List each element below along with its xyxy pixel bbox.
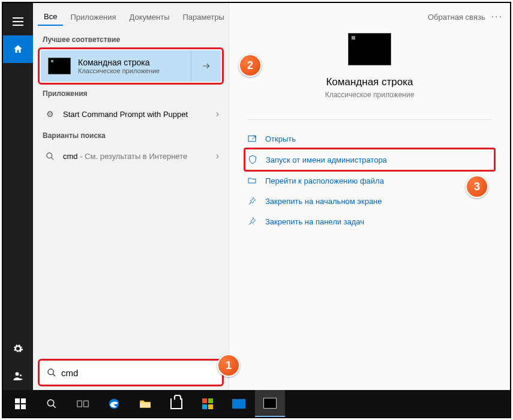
detail-title: Командная строка: [326, 76, 413, 88]
svg-point-3: [48, 369, 53, 374]
section-apps: Приложения: [33, 85, 229, 101]
start-button[interactable]: [5, 390, 35, 417]
section-search-variants: Варианты поиска: [33, 127, 229, 143]
action-run-admin-label: Запуск от имени администратора: [266, 155, 387, 164]
action-open-label: Открыть: [265, 134, 296, 143]
mail-icon: [232, 399, 245, 409]
taskbar-search[interactable]: [37, 390, 67, 417]
detail-pane: Обратная связь ··· Командная строка Клас…: [229, 3, 510, 390]
taskbar-store[interactable]: [161, 390, 191, 417]
rail-hamburger[interactable]: [3, 8, 33, 35]
app-result-label: Start Command Prompt with Puppet: [57, 110, 216, 119]
taskbar-edge[interactable]: [99, 390, 129, 417]
person-icon: [13, 371, 23, 382]
action-pin-start[interactable]: Закрепить на начальном экране: [247, 191, 492, 211]
taskbar-mail[interactable]: [224, 390, 254, 417]
taskbar-cmd[interactable]: [255, 390, 285, 417]
best-match-title: Командная строка: [78, 58, 191, 67]
more-button[interactable]: ···: [491, 11, 503, 22]
web-result-label: cmd - См. результаты в Интернете: [57, 152, 216, 161]
svg-point-2: [46, 152, 52, 158]
action-pin-taskbar[interactable]: Закрепить на панели задач: [247, 211, 492, 232]
section-best-match: Лучшее соответствие: [33, 31, 229, 47]
edge-icon: [108, 398, 120, 410]
best-match-result[interactable]: Командная строка Классическое приложение: [41, 50, 221, 82]
task-view[interactable]: [68, 390, 98, 417]
svg-point-5: [47, 400, 54, 406]
gear-icon: [13, 343, 23, 354]
hamburger-icon: [13, 17, 23, 26]
action-run-admin[interactable]: Запуск от имени администратора: [248, 149, 491, 170]
action-open[interactable]: Открыть: [247, 128, 492, 149]
search-icon: [46, 398, 57, 409]
step-badge-1: 1: [217, 354, 240, 377]
store-icon: [170, 398, 182, 409]
feedback-link[interactable]: Обратная связь: [428, 13, 485, 22]
folder-icon: [139, 399, 151, 409]
action-pin-taskbar-label: Закрепить на панели задач: [265, 217, 364, 226]
action-pin-start-label: Закрепить на начальном экране: [265, 197, 382, 206]
best-match-expand[interactable]: [191, 50, 221, 82]
puppet-icon: ⚙: [43, 109, 57, 119]
tab-all[interactable]: Все: [38, 8, 63, 26]
rail-account[interactable]: [3, 362, 33, 390]
divider: [247, 119, 492, 120]
svg-point-1: [20, 374, 22, 376]
search-input[interactable]: [61, 368, 215, 378]
search-icon: [43, 152, 57, 161]
svg-point-0: [16, 372, 19, 376]
open-icon: [247, 134, 257, 143]
chevron-right-icon: ›: [216, 151, 219, 161]
detail-subtitle: Классическое приложение: [325, 91, 415, 99]
home-icon: [13, 44, 23, 55]
arrow-right-icon: [201, 61, 212, 71]
pin-start-icon: [247, 196, 257, 206]
taskbar-explorer[interactable]: [130, 390, 160, 417]
svg-rect-7: [84, 401, 89, 407]
tab-settings[interactable]: Параметры: [176, 9, 230, 25]
action-open-location[interactable]: Перейти к расположению файла: [247, 170, 492, 191]
folder-icon: [247, 176, 257, 185]
svg-rect-9: [140, 403, 151, 407]
action-open-location-label: Перейти к расположению файла: [265, 176, 384, 185]
cmd-icon: [48, 58, 71, 74]
rail-settings[interactable]: [3, 335, 33, 362]
filter-tabs: Все Приложения Документы Параметры Интер…: [33, 3, 229, 31]
chevron-right-icon: ›: [216, 109, 219, 119]
step-badge-3: 3: [466, 175, 488, 198]
start-rail: [3, 3, 33, 390]
svg-rect-6: [77, 401, 82, 407]
shield-icon: [248, 155, 257, 164]
windows-icon: [15, 398, 26, 409]
tab-apps[interactable]: Приложения: [64, 9, 122, 25]
cmd-icon: [348, 33, 391, 65]
cmd-icon: [263, 398, 277, 409]
task-view-icon: [77, 399, 89, 409]
microsoft-icon: [202, 398, 213, 409]
tab-documents[interactable]: Документы: [123, 9, 175, 25]
app-result-puppet[interactable]: ⚙ Start Command Prompt with Puppet ›: [33, 101, 229, 127]
step-badge-2: 2: [239, 54, 262, 77]
rail-home[interactable]: [3, 35, 33, 63]
taskbar: [3, 390, 510, 417]
web-result-cmd[interactable]: cmd - См. результаты в Интернете ›: [33, 143, 229, 169]
best-match-subtitle: Классическое приложение: [78, 67, 191, 74]
pin-taskbar-icon: [247, 217, 257, 226]
search-box[interactable]: [41, 362, 221, 383]
taskbar-microsoft[interactable]: [193, 390, 223, 417]
results-column: Все Приложения Документы Параметры Интер…: [33, 3, 229, 390]
search-icon: [47, 368, 56, 377]
